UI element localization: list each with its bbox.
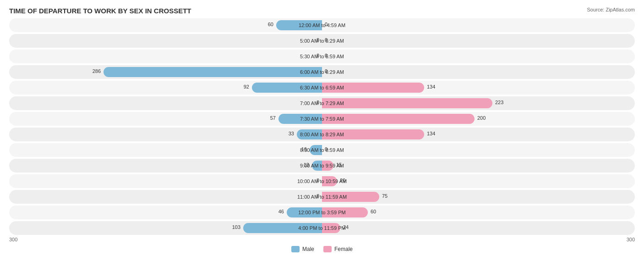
legend-male: Male: [291, 246, 314, 252]
male-value-label: 286: [93, 68, 101, 74]
legend: Male Female: [9, 246, 635, 252]
chart-row: 12:00 PM to 3:59 PM4660: [9, 206, 635, 219]
time-label: 11:00 AM to 11:59 AM: [272, 194, 372, 200]
female-value-label: 134: [427, 131, 435, 136]
female-value-label: 200: [477, 115, 486, 121]
source-text: Source: ZipAtlas.com: [587, 7, 635, 12]
time-label: 4:00 PM to 11:59 PM: [272, 225, 372, 231]
chart-title: TIME OF DEPARTURE TO WORK BY SEX IN CROS…: [9, 7, 635, 15]
female-value-label: 223: [495, 100, 503, 105]
female-value-label: 134: [427, 84, 435, 89]
time-label: 5:00 AM to 5:29 AM: [272, 38, 372, 44]
male-label: Male: [302, 246, 314, 252]
time-label: 12:00 PM to 3:59 PM: [272, 210, 372, 215]
chart-row: 12:00 AM to 4:59 AM600: [9, 18, 635, 32]
chart-row: 6:30 AM to 6:59 AM92134: [9, 81, 635, 95]
time-label: 6:30 AM to 6:59 AM: [272, 85, 372, 90]
axis-left-label: 300: [9, 237, 17, 242]
male-value-label: 92: [244, 84, 249, 89]
female-swatch: [323, 246, 332, 252]
time-label: 8:00 AM to 8:29 AM: [272, 132, 372, 137]
chart-area: 12:00 AM to 4:59 AM6005:00 AM to 5:29 AM…: [9, 18, 635, 235]
time-label: 7:30 AM to 7:59 AM: [272, 116, 372, 122]
time-label: 5:30 AM to 5:59 AM: [272, 54, 372, 59]
chart-row: 5:30 AM to 5:59 AM00: [9, 50, 635, 63]
male-swatch: [291, 246, 300, 252]
female-value-label: 75: [382, 193, 387, 199]
time-label: 10:00 AM to 10:59 AM: [272, 178, 372, 184]
chart-row: 7:00 AM to 7:29 AM0223: [9, 96, 635, 110]
chart-row: 8:30 AM to 8:59 AM160: [9, 143, 635, 157]
time-label: 7:00 AM to 7:29 AM: [272, 100, 372, 106]
chart-row: 8:00 AM to 8:29 AM33134: [9, 128, 635, 141]
time-label: 9:00 AM to 9:59 AM: [272, 163, 372, 168]
male-value-label: 103: [232, 224, 240, 230]
chart-row: 5:00 AM to 5:29 AM00: [9, 34, 635, 48]
chart-row: 7:30 AM to 7:59 AM57200: [9, 112, 635, 126]
time-label: 8:30 AM to 8:59 AM: [272, 147, 372, 153]
axis-bottom: 300 300: [9, 237, 635, 242]
time-label: 12:00 AM to 4:59 AM: [272, 22, 372, 28]
chart-row: 11:00 AM to 11:59 AM075: [9, 190, 635, 204]
chart-row: 6:00 AM to 6:29 AM2860: [9, 65, 635, 79]
chart-container: TIME OF DEPARTURE TO WORK BY SEX IN CROS…: [0, 0, 644, 273]
time-label: 6:00 AM to 6:29 AM: [272, 69, 372, 75]
chart-row: 4:00 PM to 11:59 PM10324: [9, 221, 635, 235]
chart-row: 9:00 AM to 9:59 AM1315: [9, 159, 635, 173]
chart-row: 10:00 AM to 10:59 AM020: [9, 174, 635, 188]
axis-right-label: 300: [627, 237, 635, 242]
legend-female: Female: [323, 246, 353, 252]
female-label: Female: [334, 246, 353, 252]
